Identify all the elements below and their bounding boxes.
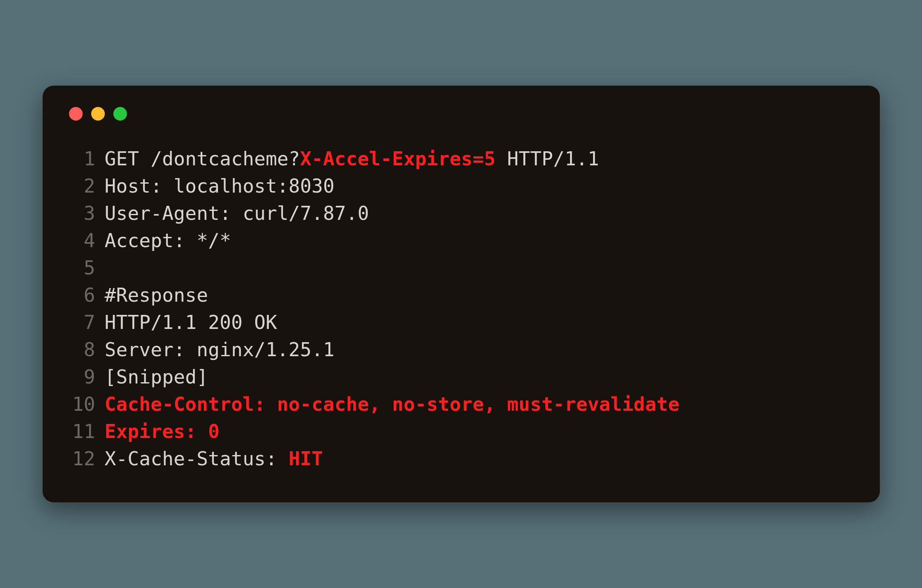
plain-text: Host: localhost:8030 bbox=[105, 175, 335, 197]
code-block: 1GET /dontcacheme?X-Accel-Expires=5 HTTP… bbox=[66, 145, 856, 473]
highlighted-text: X-Accel-Expires=5 bbox=[300, 148, 496, 170]
maximize-icon[interactable] bbox=[113, 107, 127, 121]
code-line: 3User-Agent: curl/7.87.0 bbox=[66, 200, 856, 227]
line-number: 6 bbox=[66, 282, 105, 309]
line-content: Accept: */* bbox=[105, 227, 231, 254]
plain-text: #Response bbox=[105, 284, 208, 306]
code-line: 1GET /dontcacheme?X-Accel-Expires=5 HTTP… bbox=[66, 145, 856, 173]
close-icon[interactable] bbox=[69, 107, 83, 121]
code-line: 6#Response bbox=[66, 282, 856, 309]
line-content: Expires: 0 bbox=[105, 418, 220, 445]
line-content: X-Cache-Status: HIT bbox=[105, 445, 323, 473]
plain-text: X-Cache-Status: bbox=[105, 448, 289, 470]
line-number: 4 bbox=[66, 227, 105, 254]
code-line: 8Server: nginx/1.25.1 bbox=[66, 336, 856, 363]
code-line: 2Host: localhost:8030 bbox=[66, 173, 856, 200]
line-number: 2 bbox=[66, 173, 105, 200]
plain-text: GET /dontcacheme? bbox=[105, 148, 300, 170]
line-number: 11 bbox=[66, 418, 105, 445]
line-content: [Snipped] bbox=[105, 363, 208, 391]
plain-text: [Snipped] bbox=[105, 366, 208, 388]
line-content: HTTP/1.1 200 OK bbox=[105, 309, 277, 336]
highlighted-text: Expires: 0 bbox=[105, 421, 220, 442]
code-line: 5 bbox=[66, 254, 856, 282]
line-number: 7 bbox=[66, 309, 105, 336]
code-line: 12X-Cache-Status: HIT bbox=[66, 445, 856, 473]
code-line: 11Expires: 0 bbox=[66, 418, 856, 445]
plain-text: Server: nginx/1.25.1 bbox=[105, 339, 335, 360]
plain-text: HTTP/1.1 200 OK bbox=[105, 311, 277, 333]
line-content: Cache-Control: no-cache, no-store, must-… bbox=[105, 391, 680, 418]
code-line: 10Cache-Control: no-cache, no-store, mus… bbox=[66, 391, 856, 418]
line-content: Host: localhost:8030 bbox=[105, 173, 335, 200]
highlighted-text: HIT bbox=[288, 448, 323, 470]
line-number: 5 bbox=[66, 254, 105, 282]
code-line: 7HTTP/1.1 200 OK bbox=[66, 309, 856, 336]
plain-text: User-Agent: curl/7.87.0 bbox=[105, 202, 369, 224]
plain-text: HTTP/1.1 bbox=[496, 148, 599, 170]
line-number: 10 bbox=[66, 391, 105, 418]
window-titlebar bbox=[66, 104, 856, 145]
line-number: 12 bbox=[66, 445, 105, 473]
line-content: GET /dontcacheme?X-Accel-Expires=5 HTTP/… bbox=[105, 145, 599, 173]
code-line: 4Accept: */* bbox=[66, 227, 856, 254]
line-number: 1 bbox=[66, 145, 105, 173]
line-content: #Response bbox=[105, 282, 208, 309]
minimize-icon[interactable] bbox=[91, 107, 105, 121]
line-number: 8 bbox=[66, 336, 105, 363]
line-number: 3 bbox=[66, 200, 105, 227]
code-line: 9[Snipped] bbox=[66, 363, 856, 391]
terminal-window: 1GET /dontcacheme?X-Accel-Expires=5 HTTP… bbox=[43, 86, 880, 503]
line-content: User-Agent: curl/7.87.0 bbox=[105, 200, 369, 227]
highlighted-text: Cache-Control: no-cache, no-store, must-… bbox=[105, 393, 680, 415]
plain-text: Accept: */* bbox=[105, 230, 231, 251]
line-number: 9 bbox=[66, 363, 105, 391]
line-content: Server: nginx/1.25.1 bbox=[105, 336, 335, 363]
